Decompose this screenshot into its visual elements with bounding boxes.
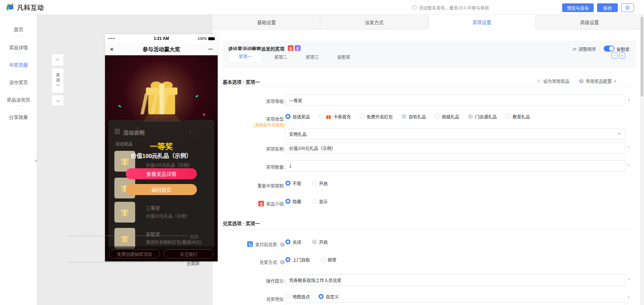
operation-tip-input[interactable]: 凭券联系现场工作人员兑奖 [285,274,625,286]
radio-no-limit[interactable]: 不限 [285,180,301,186]
prize-count-input[interactable]: 1 [285,160,625,172]
prize-tab-consolation[interactable]: 安慰奖 [332,52,356,62]
radio-own-gift[interactable]: 自有礼品 [401,113,426,120]
radio-pay-redeem-off[interactable]: 关闭 [285,239,301,245]
document-icon [114,128,120,134]
publish-status-note: i 活动暂未发布，最多20人可参与体验 [412,0,489,15]
radio-pickup[interactable]: 上门自取 [285,256,310,263]
top-header: 凡科互动 i 活动暂未发布，最多20人可参与体验 预览与发布 保存 [0,0,644,15]
settings-tabbar: 基础设置 派发方式 奖项设置 高级设置 [213,15,644,29]
sidebar-item-share-effect[interactable]: 分享效果 [0,114,37,120]
full-screen-label: 全面屏 [186,260,200,266]
more-menu-icon[interactable]: ••• [208,47,213,51]
win-prize-level: 一等奖 [105,140,218,151]
radio-free-takeout-redpacket[interactable]: 免费外卖红包 [360,113,393,120]
required-asterisk: * [628,164,630,169]
phone-nav-bar: × 参与活动赢大奖 ••• [105,43,218,55]
back-home-button[interactable]: 返回首页 [126,184,197,195]
divider [13,70,23,71]
redeem-address-input[interactable] [285,302,625,305]
power-button[interactable] [621,3,634,12]
preview-publish-button[interactable]: 预览与发布 [562,3,594,12]
prize-level-input[interactable]: 一等奖 [285,95,625,106]
redeem-method-options: 上门自取 邮寄 [285,256,336,263]
phone-footer-bar: 免费创建抽奖活动 关注我们 [105,246,218,261]
radio-custom-address[interactable]: 自定义 [319,293,339,300]
sidebar-item-no-win-page[interactable]: 没中奖页 [0,79,37,85]
short-screen-line [68,236,187,236]
redeem-address-options: 地图选点 自定义 [285,293,339,300]
prize-list-item: 三等奖 价值10元礼品（示例） [114,202,208,223]
radio-store-gift[interactable]: 门店通礼品 [468,113,497,120]
sidebar-item-prize-detail[interactable]: 奖品详情 [0,44,37,51]
full-screen-line [68,262,184,262]
sidebar-item-win-page[interactable]: 中奖页面 [0,61,37,68]
prize-tab-3[interactable]: 奖项三 [301,52,324,62]
star-version-badge: 星 [295,45,301,51]
tab-basic-settings[interactable]: 基础设置 [213,15,320,29]
radio-self-select-prize[interactable]: 自选奖品 [285,113,310,120]
help-icon[interactable]: ? [280,260,285,264]
tab-prize-settings[interactable]: 奖项设置 [428,15,536,29]
phone-preview-area: 奖项一 ••• [37,15,213,305]
follow-us-button[interactable]: 关注我们 [163,249,214,258]
toggle-knob [609,46,614,51]
radio-education-gift[interactable]: 教育礼品 [505,113,530,120]
remove-prize-button[interactable]: − [611,53,618,59]
required-asterisk: * [628,296,630,301]
divider [223,86,637,87]
prize-switcher-label[interactable]: 奖项一 [52,68,63,93]
panel-title: 活动说明 [123,128,145,136]
radio-mall-gift[interactable]: 商城礼品 [435,113,459,120]
redeem-section-heading: 兑奖选项 · 奖项一 [223,220,260,227]
reorder-control[interactable]: ⇄ 调整顺序 [573,46,596,52]
gift-icon [326,114,331,119]
prize-up-button[interactable] [52,54,63,66]
radio-dot [401,114,407,119]
scrollbar-thumb[interactable] [641,17,643,97]
radio-dot [285,199,290,204]
app-title: 凡科互动 [17,3,44,12]
create-activity-button[interactable]: 免费创建抽奖活动 [109,249,160,258]
radio-map-point[interactable]: 地图选点 [285,293,310,300]
prize-down-button[interactable] [52,96,63,106]
close-icon[interactable]: × [110,46,114,53]
favorite-prize-config[interactable]: ? 常用奖品配置 ∨ [579,78,617,84]
radio-mail[interactable]: 邮寄 [321,256,336,263]
sidebar-collapse-icon[interactable]: « [35,158,37,163]
prize-name-label: 奖项名称: [211,145,285,152]
save-button[interactable]: 保存 [597,3,618,12]
prize-category-select[interactable]: 实物礼品 [285,128,625,139]
divider [13,105,23,106]
prize-level-label: 奖项等级: [211,98,285,104]
prize-thumbnail [114,228,135,249]
tab-distribute-method[interactable]: 派发方式 [320,15,428,29]
radio-dot [319,294,324,299]
radio-hide-intro[interactable]: 隐藏 [285,198,301,204]
prize-type-options: 自选奖品 卡券直充 免费外卖红包 自有礼品 商城礼品 门店通礼品 教育礼品 [285,113,530,120]
radio-pay-redeem-on[interactable]: 开启 [312,239,328,245]
add-prize-button[interactable]: + [619,53,625,59]
radio-dot [505,114,511,119]
radio-show-intro[interactable]: 显示 [312,198,328,204]
sidebar-item-prize-out-page[interactable]: 奖品派完页 [0,96,37,103]
radio-card-recharge[interactable]: 卡券直充 [319,113,351,120]
tab-advanced-settings[interactable]: 高级设置 [536,15,643,29]
win-prize-name: 价值100元礼品（示例） [105,151,218,160]
gold-version-badge: 金 [258,201,264,206]
sidebar-item-home[interactable]: 首页 [0,26,37,33]
set-favorite-prize[interactable]: ☆ 设为常用奖品 [537,78,569,84]
divider [13,35,23,36]
radio-dot [285,294,290,299]
prize-tab-2[interactable]: 奖项二 [269,52,292,62]
help-icon[interactable]: ? [280,242,285,247]
gift-box-image [137,68,186,123]
radio-dot [312,239,317,244]
prize-intro-label: 金 奖品介绍: [211,200,285,207]
prize-name-input[interactable]: 价值100元礼品（示例） [285,142,625,154]
view-prize-detail-button[interactable]: 查看奖品详情 [126,168,197,179]
radio-enable-limit[interactable]: 开启 [312,180,328,186]
consolation-toggle[interactable] [604,46,614,52]
prize-tab-1[interactable]: 奖项一 [230,50,261,62]
prize-intro-options: 隐藏 显示 [285,198,328,204]
